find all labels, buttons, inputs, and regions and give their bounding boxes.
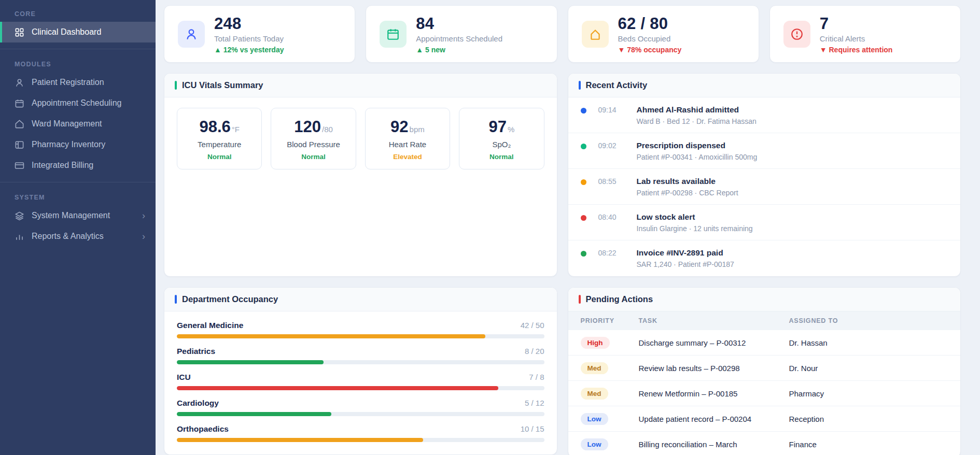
sidebar: CORE Clinical Dashboard MODULES Patient … bbox=[0, 0, 156, 455]
vital-card-spo2: 97% SpO₂ Normal bbox=[459, 108, 544, 169]
sidebar-item-reports-analytics[interactable]: Reports & Analytics › bbox=[0, 226, 156, 247]
table-row[interactable]: High Discharge summary – P-00312 Dr. Has… bbox=[568, 330, 961, 356]
activity-detail: Patient #P-00341 · Amoxicillin 500mg bbox=[637, 153, 948, 161]
stat-delta: ▼ 78% occupancy bbox=[618, 46, 682, 54]
vital-unit: °F bbox=[232, 125, 240, 134]
activity-time: 08:22 bbox=[598, 248, 625, 257]
department-occupancy-value: 7 / 8 bbox=[529, 373, 544, 381]
sidebar-item-label: Ward Management bbox=[32, 119, 102, 129]
vital-value: 120/80 bbox=[276, 118, 350, 136]
table-row[interactable]: Med Renew Metformin – P-00185 Pharmacy bbox=[568, 381, 961, 406]
panel-accent-bar bbox=[579, 295, 581, 304]
panel-accent-bar bbox=[579, 81, 581, 90]
vital-card-blood-pressure: 120/80 Blood Pressure Normal bbox=[271, 108, 356, 169]
panel-header: Pending Actions bbox=[568, 288, 961, 311]
vital-unit: bpm bbox=[410, 125, 425, 134]
dashboard-grid-icon bbox=[15, 27, 24, 37]
bed-home-icon bbox=[582, 21, 609, 48]
panel-title: Pending Actions bbox=[586, 294, 653, 304]
sidebar-item-pharmacy-inventory[interactable]: Pharmacy Inventory bbox=[0, 134, 156, 155]
clinical-dashboard-app: CORE Clinical Dashboard MODULES Patient … bbox=[0, 0, 980, 455]
stat-delta: ▲ 12% vs yesterday bbox=[214, 46, 284, 54]
vital-label: Blood Pressure bbox=[276, 140, 350, 149]
task-cell: Renew Metformin – P-00185 bbox=[639, 389, 789, 398]
stat-label: Critical Alerts bbox=[820, 34, 893, 43]
table-row[interactable]: Low Billing reconciliation – March Finan… bbox=[568, 432, 961, 455]
occupancy-row-orthopaedics: Orthopaedics 10 / 15 bbox=[177, 424, 544, 442]
stat-card-total-patients: 248 Total Patients Today ▲ 12% vs yester… bbox=[164, 5, 355, 63]
column-header-assigned-to: ASSIGNED TO bbox=[789, 317, 961, 324]
sidebar-item-appointment-scheduling[interactable]: Appointment Scheduling bbox=[0, 93, 156, 113]
panel-header: Recent Activity bbox=[568, 74, 961, 97]
activity-item: 09:14 Ahmed Al-Rashid admitted Ward B · … bbox=[568, 97, 961, 133]
panel-header: ICU Vitals Summary bbox=[164, 74, 557, 97]
vital-status: Normal bbox=[276, 153, 350, 161]
stat-value: 248 bbox=[214, 15, 284, 33]
stat-delta: ▲ 5 new bbox=[416, 46, 502, 54]
vital-label: Heart Rate bbox=[371, 140, 444, 149]
stat-value: 62 / 80 bbox=[618, 15, 682, 33]
department-name: Cardiology bbox=[177, 399, 219, 408]
activity-time: 09:02 bbox=[598, 141, 625, 150]
task-cell: Discharge summary – P-00312 bbox=[639, 338, 789, 347]
occupancy-bar-track bbox=[177, 334, 544, 338]
stat-value: 84 bbox=[416, 15, 502, 33]
activity-detail: Insulin Glargine · 12 units remaining bbox=[637, 224, 948, 233]
activity-title: Ahmed Al-Rashid admitted bbox=[637, 105, 948, 115]
sidebar-item-label: Reports & Analytics bbox=[32, 232, 104, 241]
vital-card-heart-rate: 92bpm Heart Rate Elevated bbox=[365, 108, 450, 169]
priority-badge: High bbox=[581, 337, 610, 349]
vital-value: 98.6°F bbox=[183, 118, 256, 136]
occupancy-bar-track bbox=[177, 386, 544, 390]
vital-label: SpO₂ bbox=[465, 140, 538, 149]
sidebar-item-label: Pharmacy Inventory bbox=[32, 140, 105, 149]
task-cell: Update patient record – P-00204 bbox=[639, 415, 789, 423]
vital-unit: % bbox=[508, 125, 514, 134]
sidebar-section-system: SYSTEM bbox=[0, 189, 156, 205]
task-cell: Review lab results – P-00298 bbox=[639, 364, 789, 373]
sidebar-divider bbox=[0, 49, 156, 49]
panel-title: Department Occupancy bbox=[182, 294, 278, 304]
assigned-to-cell: Reception bbox=[789, 415, 961, 423]
stat-label: Beds Occupied bbox=[618, 34, 682, 43]
table-row[interactable]: Med Review lab results – P-00298 Dr. Nou… bbox=[568, 356, 961, 381]
panel-title: Recent Activity bbox=[586, 80, 648, 90]
vital-unit: /80 bbox=[322, 125, 333, 134]
sidebar-item-label: Patient Registration bbox=[32, 78, 104, 87]
sidebar-item-system-management[interactable]: System Management › bbox=[0, 205, 156, 226]
panel-accent-bar bbox=[175, 295, 177, 304]
activity-time: 08:55 bbox=[598, 177, 625, 186]
activity-dot-icon bbox=[581, 251, 586, 257]
vitals-grid: 98.6°F Temperature Normal 120/80 Blood P… bbox=[164, 97, 557, 180]
sidebar-item-integrated-billing[interactable]: Integrated Billing bbox=[0, 155, 156, 176]
task-cell: Billing reconciliation – March bbox=[639, 440, 789, 449]
activity-detail: Ward B · Bed 12 · Dr. Fatima Hassan bbox=[637, 117, 948, 125]
sidebar-item-patient-registration[interactable]: Patient Registration bbox=[0, 72, 156, 93]
assigned-to-cell: Pharmacy bbox=[789, 389, 961, 398]
activity-time: 08:40 bbox=[598, 212, 625, 221]
vital-card-temperature: 98.6°F Temperature Normal bbox=[177, 108, 262, 169]
recent-activity-panel: Recent Activity 09:14 Ahmed Al-Rashid ad… bbox=[568, 73, 961, 277]
occupancy-list: General Medicine 42 / 50 Pediatrics 8 / … bbox=[164, 311, 557, 454]
activity-dot-icon bbox=[581, 215, 586, 221]
assigned-to-cell: Dr. Nour bbox=[789, 364, 961, 373]
activity-time: 09:14 bbox=[598, 105, 625, 114]
department-name: Orthopaedics bbox=[177, 424, 229, 434]
pending-actions-table-body: High Discharge summary – P-00312 Dr. Has… bbox=[568, 330, 961, 455]
vital-status: Elevated bbox=[371, 153, 444, 161]
occupancy-bar-fill bbox=[177, 386, 498, 390]
occupancy-bar-track bbox=[177, 438, 544, 442]
activity-dot-icon bbox=[581, 144, 586, 149]
priority-badge: Low bbox=[581, 413, 608, 425]
table-row[interactable]: Low Update patient record – P-00204 Rece… bbox=[568, 406, 961, 432]
vital-value: 92bpm bbox=[371, 118, 444, 136]
sidebar-item-ward-management[interactable]: Ward Management bbox=[0, 113, 156, 134]
stat-delta: ▼ Requires attention bbox=[820, 46, 893, 54]
priority-badge: Med bbox=[581, 388, 608, 400]
sidebar-item-clinical-dashboard[interactable]: Clinical Dashboard bbox=[0, 22, 156, 42]
home-icon bbox=[15, 119, 24, 129]
chevron-right-icon: › bbox=[142, 211, 145, 220]
vital-value: 97% bbox=[465, 118, 538, 136]
stat-label: Total Patients Today bbox=[214, 34, 284, 43]
bottom-row: Department Occupancy General Medicine 42… bbox=[164, 287, 961, 455]
